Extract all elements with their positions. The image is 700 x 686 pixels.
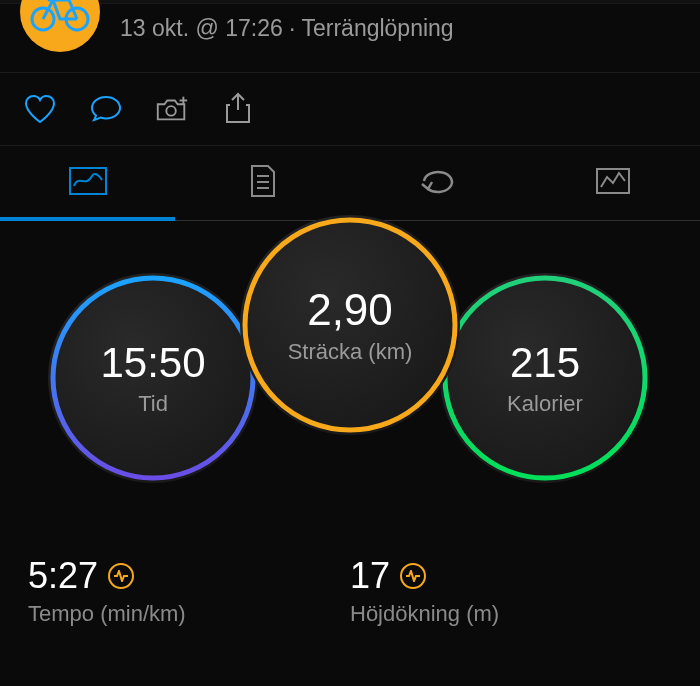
stat-pace-label: Tempo (min/km)	[28, 601, 350, 627]
heart-icon	[23, 94, 57, 124]
tab-list[interactable]	[175, 146, 350, 220]
map-icon	[68, 166, 108, 196]
svg-point-12	[245, 220, 455, 430]
gauges-panel: 15:50 Tid 215 Kalorier 2,90 Sträcka (km)	[0, 225, 700, 525]
stat-elevation-label: Höjdökning (m)	[350, 601, 672, 627]
stat-pace[interactable]: 5:27 Tempo (min/km)	[28, 555, 350, 627]
camera-plus-icon	[154, 94, 190, 124]
document-icon	[248, 164, 278, 198]
like-button[interactable]	[22, 91, 58, 127]
gauge-time[interactable]: 15:50 Tid	[48, 273, 258, 483]
stats-row: 5:27 Tempo (min/km) 17 Höjdökning (m)	[0, 525, 700, 627]
tab-bar	[0, 146, 700, 221]
comment-icon	[89, 94, 123, 124]
avatar[interactable]	[20, 0, 100, 52]
bike-icon	[29, 0, 91, 32]
stat-elevation[interactable]: 17 Höjdökning (m)	[350, 555, 672, 627]
share-button[interactable]	[220, 91, 256, 127]
gauge-calories-ring	[440, 273, 650, 483]
svg-point-11	[445, 278, 645, 478]
gauge-distance-ring	[240, 215, 460, 435]
activity-subtitle: 13 okt. @ 17:26 · Terränglöpning	[120, 15, 454, 42]
tab-indicator	[0, 217, 175, 221]
camera-button[interactable]	[154, 91, 190, 127]
tab-map[interactable]	[0, 146, 175, 220]
gauge-distance[interactable]: 2,90 Sträcka (km)	[240, 215, 460, 435]
loop-icon	[418, 168, 458, 194]
tab-charts[interactable]	[525, 146, 700, 220]
activity-header: 13 okt. @ 17:26 · Terränglöpning	[0, 4, 700, 73]
svg-point-2	[166, 106, 175, 115]
tab-laps[interactable]	[350, 146, 525, 220]
stat-pace-value: 5:27	[28, 555, 98, 597]
svg-point-10	[53, 278, 253, 478]
chart-icon	[595, 167, 631, 195]
pulse-icon	[108, 563, 134, 589]
share-icon	[224, 92, 252, 126]
gauge-calories[interactable]: 215 Kalorier	[440, 273, 650, 483]
gauge-time-ring	[48, 273, 258, 483]
pulse-icon	[400, 563, 426, 589]
stat-elevation-value: 17	[350, 555, 390, 597]
action-bar	[0, 73, 700, 146]
comment-button[interactable]	[88, 91, 124, 127]
